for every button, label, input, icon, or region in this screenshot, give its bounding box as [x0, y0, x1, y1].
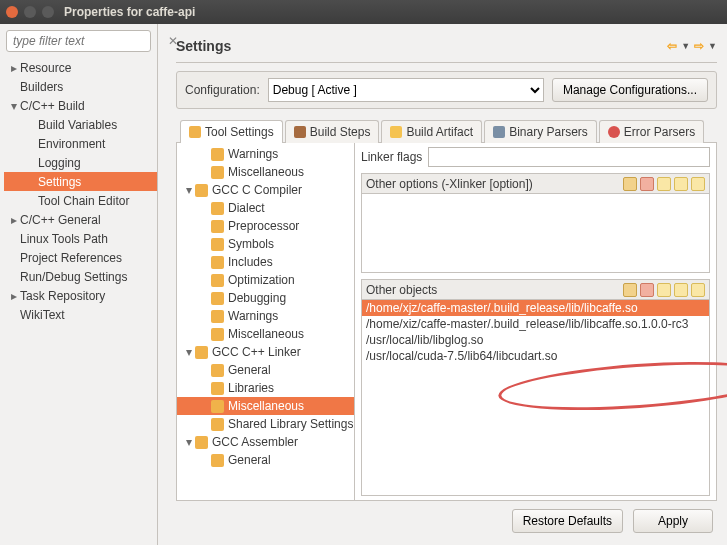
tool-tree-item[interactable]: Includes [177, 253, 354, 271]
tool-icon [211, 274, 224, 287]
tool-icon [211, 220, 224, 233]
remove-object-icon[interactable] [640, 283, 654, 297]
tool-tree-item[interactable]: Miscellaneous [177, 163, 354, 181]
object-row[interactable]: /home/xiz/caffe-master/.build_release/li… [362, 316, 709, 332]
tool-tree-item[interactable]: Dialect [177, 199, 354, 217]
tool-icon [211, 292, 224, 305]
add-object-icon[interactable] [623, 283, 637, 297]
tab-icon [608, 126, 620, 138]
linker-flags-label: Linker flags [361, 150, 422, 164]
tree-item[interactable]: Tool Chain Editor [4, 191, 157, 210]
nav-back-icon[interactable]: ⇦ [667, 39, 677, 53]
tool-tree-item[interactable]: Warnings [177, 307, 354, 325]
category-tree[interactable]: ▸ResourceBuilders▾C/C++ BuildBuild Varia… [4, 58, 157, 539]
tool-tree-item[interactable]: General [177, 451, 354, 469]
tool-tree-item[interactable]: Symbols [177, 235, 354, 253]
tool-icon [211, 418, 224, 431]
tree-item[interactable]: Project References [4, 248, 157, 267]
other-objects-label: Other objects [366, 283, 620, 297]
tab-body: WarningsMiscellaneous▾GCC C CompilerDial… [176, 143, 717, 501]
tool-icon [211, 382, 224, 395]
window-maximize-icon[interactable] [42, 6, 54, 18]
window-minimize-icon[interactable] [24, 6, 36, 18]
configuration-row: Configuration: Debug [ Active ] Manage C… [176, 71, 717, 109]
tree-item[interactable]: Environment [4, 134, 157, 153]
object-row[interactable]: /usr/local/cuda-7.5/lib64/libcudart.so [362, 348, 709, 364]
titlebar: Properties for caffe-api [0, 0, 727, 24]
tool-settings-tree[interactable]: WarningsMiscellaneous▾GCC C CompilerDial… [177, 143, 355, 500]
tool-icon [211, 400, 224, 413]
tab-binary-parsers[interactable]: Binary Parsers [484, 120, 597, 143]
tab-icon [390, 126, 402, 138]
add-option-icon[interactable] [623, 177, 637, 191]
tool-icon [211, 238, 224, 251]
edit-object-icon[interactable] [657, 283, 671, 297]
tool-tree-item[interactable]: General [177, 361, 354, 379]
tool-tree-item[interactable]: ▾GCC C++ Linker [177, 343, 354, 361]
edit-option-icon[interactable] [657, 177, 671, 191]
linker-flags-input[interactable] [428, 147, 710, 167]
tool-tree-item[interactable]: Libraries [177, 379, 354, 397]
tool-tree-item[interactable]: Shared Library Settings [177, 415, 354, 433]
tab-icon [189, 126, 201, 138]
page-title: Settings [176, 38, 667, 54]
tool-icon [211, 454, 224, 467]
tool-icon [211, 364, 224, 377]
tabs: Tool SettingsBuild StepsBuild ArtifactBi… [176, 119, 717, 143]
tab-build-steps[interactable]: Build Steps [285, 120, 380, 143]
tab-error-parsers[interactable]: Error Parsers [599, 120, 704, 143]
tree-item[interactable]: Linux Tools Path [4, 229, 157, 248]
tool-tree-item[interactable]: Warnings [177, 145, 354, 163]
tab-icon [493, 126, 505, 138]
move-down-object-icon[interactable] [691, 283, 705, 297]
window-close-icon[interactable] [6, 6, 18, 18]
tree-item[interactable]: Build Variables [4, 115, 157, 134]
move-up-option-icon[interactable] [674, 177, 688, 191]
tab-icon [294, 126, 306, 138]
move-down-option-icon[interactable] [691, 177, 705, 191]
move-up-object-icon[interactable] [674, 283, 688, 297]
nav-forward-menu-icon[interactable]: ▼ [708, 41, 717, 51]
tool-icon [195, 436, 208, 449]
other-options-list[interactable] [362, 194, 709, 272]
tool-icon [211, 202, 224, 215]
tool-tree-item[interactable]: Optimization [177, 271, 354, 289]
tool-tree-item[interactable]: Miscellaneous [177, 397, 354, 415]
object-row[interactable]: /usr/local/lib/libglog.so [362, 332, 709, 348]
tree-item[interactable]: ▾C/C++ Build [4, 96, 157, 115]
tree-item[interactable]: Logging [4, 153, 157, 172]
tree-item[interactable]: Settings [4, 172, 157, 191]
right-pane: Settings ⇦▼ ⇨▼ Configuration: Debug [ Ac… [158, 24, 727, 545]
configuration-label: Configuration: [185, 83, 260, 97]
tree-item[interactable]: Builders [4, 77, 157, 96]
other-options-label: Other options (-Xlinker [option]) [366, 177, 620, 191]
left-pane: ✕ ▸ResourceBuilders▾C/C++ BuildBuild Var… [0, 24, 158, 545]
tool-icon [211, 256, 224, 269]
other-objects-list[interactable]: /home/xjz/caffe-master/.build_release/li… [362, 300, 709, 495]
manage-configurations-button[interactable]: Manage Configurations... [552, 78, 708, 102]
filter-input-wrap[interactable]: ✕ [6, 30, 151, 52]
tool-icon [195, 184, 208, 197]
tree-item[interactable]: ▸Task Repository [4, 286, 157, 305]
tab-build-artifact[interactable]: Build Artifact [381, 120, 482, 143]
tool-tree-item[interactable]: ▾GCC Assembler [177, 433, 354, 451]
tool-icon [211, 148, 224, 161]
tool-tree-item[interactable]: Miscellaneous [177, 325, 354, 343]
tool-icon [211, 166, 224, 179]
tree-item[interactable]: Run/Debug Settings [4, 267, 157, 286]
object-row[interactable]: /home/xjz/caffe-master/.build_release/li… [362, 300, 709, 316]
tab-tool-settings[interactable]: Tool Settings [180, 120, 283, 143]
filter-input[interactable] [11, 33, 166, 49]
tree-item[interactable]: WikiText [4, 305, 157, 324]
apply-button[interactable]: Apply [633, 509, 713, 533]
restore-defaults-button[interactable]: Restore Defaults [512, 509, 623, 533]
tool-tree-item[interactable]: Preprocessor [177, 217, 354, 235]
configuration-select[interactable]: Debug [ Active ] [268, 78, 544, 102]
nav-back-menu-icon[interactable]: ▼ [681, 41, 690, 51]
tool-tree-item[interactable]: ▾GCC C Compiler [177, 181, 354, 199]
tool-tree-item[interactable]: Debugging [177, 289, 354, 307]
remove-option-icon[interactable] [640, 177, 654, 191]
tree-item[interactable]: ▸Resource [4, 58, 157, 77]
nav-forward-icon[interactable]: ⇨ [694, 39, 704, 53]
tree-item[interactable]: ▸C/C++ General [4, 210, 157, 229]
